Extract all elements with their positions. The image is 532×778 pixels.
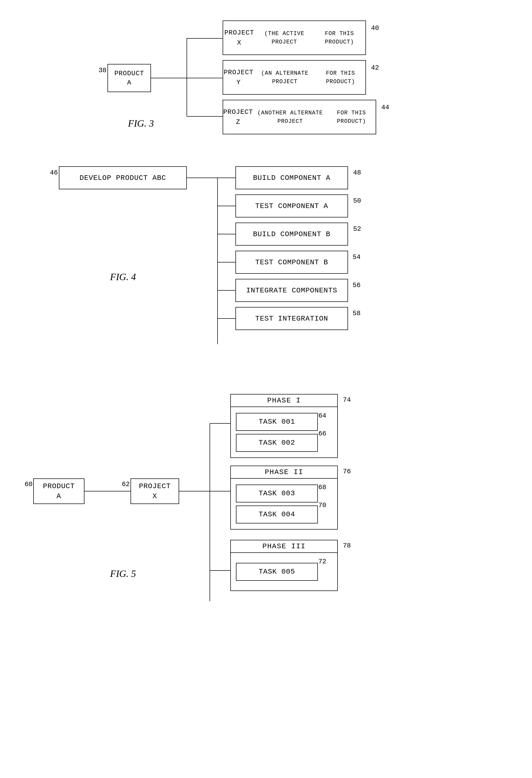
- task004-box: TASK 004: [236, 505, 318, 524]
- fig4-label: FIG. 4: [110, 271, 136, 283]
- label-42: 42: [371, 64, 379, 72]
- project-y-box: PROJECT Y(AN ALTERNATE PROJECTFOR THIS P…: [223, 60, 366, 95]
- task003-box: TASK 003: [236, 484, 318, 502]
- test-component-b-box: TEST COMPONENT B: [235, 251, 348, 274]
- test-component-a-box: TEST COMPONENT A: [235, 194, 348, 218]
- label-78: 78: [343, 542, 351, 550]
- integrate-components-box: INTEGRATE COMPONENTS: [235, 279, 348, 302]
- label-76: 76: [343, 468, 351, 475]
- label-44: 44: [381, 104, 389, 111]
- label-68: 68: [318, 483, 326, 491]
- label-74: 74: [343, 396, 351, 404]
- project-x-box: PROJECT X(THE ACTIVE PROJECTFOR THIS PRO…: [223, 20, 366, 55]
- label-40: 40: [371, 24, 379, 32]
- label-54: 54: [353, 253, 361, 261]
- build-component-b-box: BUILD COMPONENT B: [235, 223, 348, 246]
- task005-box: TASK 005: [236, 563, 318, 581]
- phase1-group-box: PHASE I TASK 001 TASK 002: [230, 394, 338, 458]
- fig3-label: FIG. 3: [128, 118, 154, 129]
- project-z-box: PROJECT Z(ANOTHER ALTERNATE PROJECTFOR T…: [223, 100, 376, 134]
- task002-box: TASK 002: [236, 434, 318, 452]
- build-component-a-box: BUILD COMPONENT A: [235, 166, 348, 189]
- label-72: 72: [318, 558, 326, 565]
- product-a-box: PRODUCTA: [107, 64, 151, 92]
- fig3-diagram: PRODUCTA 38 PROJECT X(THE ACTIVE PROJECT…: [0, 10, 532, 154]
- test-integration-box: TEST INTEGRATION: [235, 307, 348, 330]
- label-48: 48: [353, 169, 361, 176]
- label-56: 56: [353, 282, 361, 289]
- label-46: 46: [50, 169, 58, 176]
- develop-product-abc-box: DEVELOP PRODUCT ABC: [59, 166, 187, 189]
- phase2-group-box: PHASE II TASK 003 TASK 004: [230, 466, 338, 530]
- label-58: 58: [353, 310, 361, 317]
- label-60: 60: [24, 480, 32, 488]
- task001-box: TASK 001: [236, 413, 318, 431]
- fig5-diagram: PRODUCTA 60 PROJECTX 62 PHASE I TASK 001…: [0, 379, 532, 660]
- fig5-label: FIG. 5: [110, 568, 136, 579]
- label-70: 70: [318, 501, 326, 509]
- fig4-diagram: DEVELOP PRODUCT ABC 46 BUILD COMPONENT A…: [0, 159, 532, 368]
- label-38: 38: [98, 67, 106, 74]
- project-x-box-fig5: PROJECTX: [131, 478, 179, 504]
- label-66: 66: [318, 430, 326, 438]
- label-50: 50: [353, 197, 361, 205]
- phase3-group-box: PHASE III TASK 005: [230, 540, 338, 591]
- label-64: 64: [318, 412, 326, 419]
- product-a-box-fig5: PRODUCTA: [33, 478, 84, 504]
- label-62: 62: [122, 480, 130, 488]
- label-52: 52: [353, 225, 361, 233]
